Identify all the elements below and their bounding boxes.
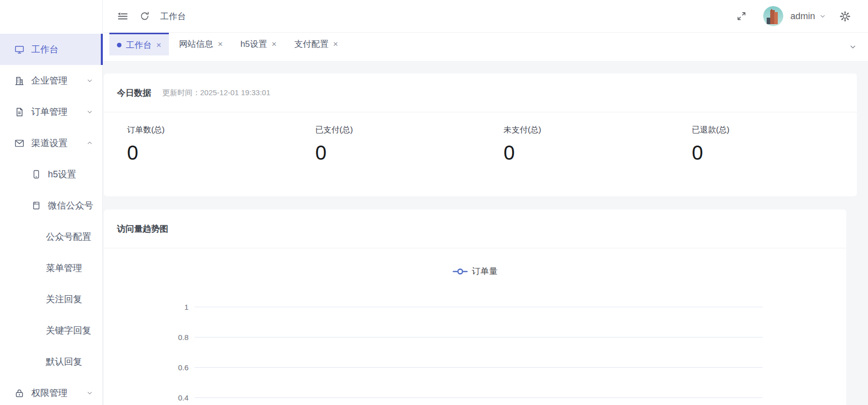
- sidebar-item-label: 渠道设置: [31, 137, 68, 149]
- avatar[interactable]: [763, 6, 783, 26]
- content-area: 今日数据 更新时间：2025-12-01 19:33:01 订单数(总) 0 已…: [103, 61, 868, 405]
- sidebar-item-channels[interactable]: 渠道设置: [0, 127, 102, 159]
- sidebar-item-label: 权限管理: [31, 387, 68, 399]
- sidebar-item-label: 菜单管理: [46, 262, 82, 274]
- stat-label: 已退款(总): [692, 125, 857, 136]
- building-icon: [14, 76, 25, 86]
- visit-trend-card: 访问量趋势图 订单量 1 0.8: [104, 210, 846, 405]
- sidebar-item-workbench[interactable]: 工作台: [0, 34, 102, 65]
- close-icon[interactable]: ×: [218, 40, 223, 48]
- gridline-row: 0.8: [104, 333, 846, 342]
- chevron-up-icon: [86, 140, 93, 147]
- card-title: 今日数据: [117, 87, 151, 99]
- sidebar-item-keyword-reply[interactable]: 关键字回复: [0, 315, 102, 346]
- stat-total-orders: 订单数(总) 0: [104, 112, 292, 164]
- tabs-overflow-chevron-down-icon[interactable]: [849, 43, 857, 51]
- main-area: 工作台: [103, 0, 868, 405]
- sidebar-item-follow-reply[interactable]: 关注回复: [0, 284, 102, 315]
- today-data-card: 今日数据 更新时间：2025-12-01 19:33:01 订单数(总) 0 已…: [104, 74, 857, 196]
- sidebar-item-label: 工作台: [31, 43, 58, 55]
- menu-fold-icon[interactable]: [116, 11, 129, 22]
- top-navbar: 工作台: [103, 0, 868, 33]
- legend-label: 订单量: [472, 265, 498, 277]
- sidebar-item-label: 公众号配置: [46, 231, 91, 243]
- tabs-bar: 工作台 × 网站信息 × h5设置 × 支付配置 ×: [103, 33, 868, 61]
- gear-icon[interactable]: [839, 11, 851, 22]
- chevron-down-icon[interactable]: [819, 13, 826, 20]
- gridline-row: 0.6: [104, 363, 846, 372]
- fullscreen-icon[interactable]: [736, 11, 747, 22]
- legend-line-marker-icon: [453, 268, 468, 275]
- sidebar-item-menu-management[interactable]: 菜单管理: [0, 252, 102, 284]
- sidebar-item-label: 企业管理: [31, 75, 68, 87]
- sidebar-item-official-config[interactable]: 公众号配置: [0, 221, 102, 252]
- sidebar-logo-area: [0, 0, 102, 34]
- sidebar-item-label: 关键字回复: [46, 324, 91, 336]
- gridline-row: 1: [104, 303, 846, 311]
- sidebar-item-label: 关注回复: [46, 293, 82, 305]
- refresh-icon[interactable]: [139, 11, 150, 22]
- monitor-icon: [14, 44, 25, 55]
- sidebar-item-permissions[interactable]: 权限管理: [0, 377, 102, 405]
- trend-card-header: 访问量趋势图: [104, 210, 846, 248]
- today-card-header: 今日数据 更新时间：2025-12-01 19:33:01: [104, 74, 857, 112]
- sidebar-item-default-reply[interactable]: 默认回复: [0, 346, 102, 377]
- sidebar-item-h5-settings[interactable]: h5设置: [0, 159, 102, 190]
- gridline: [195, 397, 763, 398]
- gridline: [195, 367, 763, 368]
- sidebar-item-wechat-official[interactable]: 微信公众号: [0, 190, 102, 221]
- username[interactable]: admin: [790, 11, 815, 22]
- tab-label: 支付配置: [294, 38, 329, 50]
- close-icon[interactable]: ×: [156, 41, 161, 49]
- notebook-icon: [31, 200, 41, 211]
- phone-icon: [31, 169, 41, 179]
- updated-time-value: 2025-12-01 19:33:01: [200, 88, 270, 97]
- y-axis-tick-label: 0.4: [104, 393, 195, 402]
- gridline: [195, 307, 763, 307]
- sidebar-item-enterprise[interactable]: 企业管理: [0, 65, 102, 96]
- stat-label: 订单数(总): [127, 125, 292, 136]
- tab-site-info[interactable]: 网站信息 ×: [171, 33, 230, 55]
- chevron-down-icon: [86, 389, 93, 396]
- tab-payment-config[interactable]: 支付配置 ×: [287, 33, 346, 55]
- chart-legend[interactable]: 订单量: [104, 265, 846, 277]
- stat-value: 0: [504, 142, 669, 164]
- sidebar-item-orders[interactable]: 订单管理: [0, 96, 102, 127]
- topbar-right: admin: [731, 6, 856, 26]
- document-icon: [14, 107, 25, 117]
- app-root: 工作台 企业管理 订单管理 渠道设置: [0, 0, 868, 405]
- gridline: [195, 337, 763, 337]
- stats-row: 订单数(总) 0 已支付(总) 0 未支付(总) 0 已退款(总) 0: [104, 112, 857, 164]
- tab-label: 网站信息: [179, 38, 213, 50]
- stat-paid: 已支付(总) 0: [292, 112, 481, 164]
- breadcrumb: 工作台: [160, 11, 186, 22]
- stat-refunded: 已退款(总) 0: [669, 112, 857, 164]
- tab-workbench[interactable]: 工作台 ×: [109, 33, 169, 55]
- sidebar-item-label: 微信公众号: [48, 199, 93, 212]
- stat-unpaid: 未支付(总) 0: [480, 112, 669, 164]
- sidebar-item-label: h5设置: [48, 168, 76, 180]
- lock-icon: [14, 388, 25, 398]
- close-icon[interactable]: ×: [272, 40, 277, 48]
- stat-label: 未支付(总): [504, 125, 669, 136]
- updated-time: 更新时间：2025-12-01 19:33:01: [162, 88, 270, 98]
- line-chart: 订单量 1 0.8 0.6 0.4: [104, 248, 846, 405]
- active-tab-dot: [117, 43, 121, 47]
- tab-label: 工作台: [126, 39, 152, 51]
- sidebar: 工作台 企业管理 订单管理 渠道设置: [0, 0, 103, 405]
- y-axis-tick-label: 0.8: [104, 333, 195, 342]
- stat-value: 0: [316, 142, 481, 164]
- y-axis-tick-label: 1: [104, 303, 195, 311]
- tab-h5-settings[interactable]: h5设置 ×: [233, 33, 284, 55]
- sidebar-item-label: 默认回复: [46, 356, 82, 368]
- close-icon[interactable]: ×: [333, 40, 338, 48]
- stat-value: 0: [127, 142, 292, 164]
- stat-label: 已支付(总): [316, 125, 481, 136]
- card-title: 访问量趋势图: [117, 223, 168, 235]
- updated-time-label: 更新时间：: [162, 88, 200, 97]
- envelope-icon: [14, 138, 25, 149]
- sidebar-item-label: 订单管理: [31, 106, 68, 118]
- gridline-row: 0.4: [104, 393, 846, 402]
- y-axis-tick-label: 0.6: [104, 363, 195, 372]
- tab-label: h5设置: [240, 38, 267, 50]
